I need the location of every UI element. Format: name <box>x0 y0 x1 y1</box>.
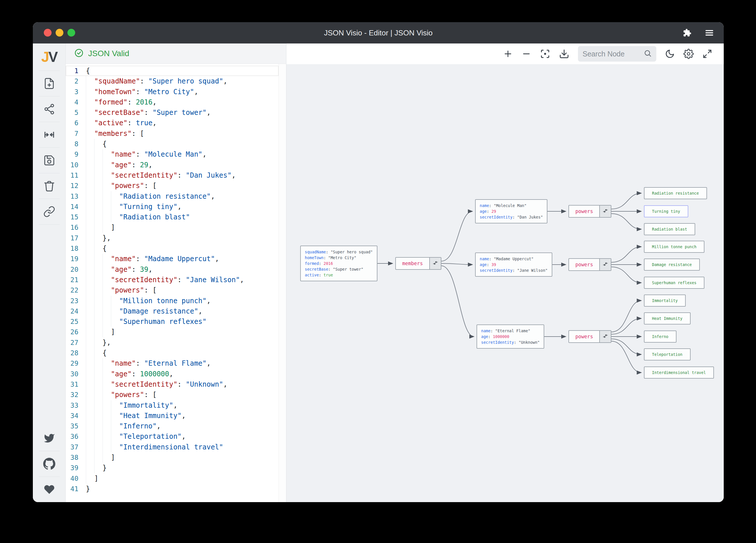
graph-leaf-node[interactable]: Million tonne punch <box>644 241 704 253</box>
share-graph-button[interactable] <box>33 97 66 122</box>
code-line[interactable]: 12"powers": [ <box>66 181 279 191</box>
code-line[interactable]: 3"homeTown": "Metro City", <box>66 87 279 97</box>
collapse-button[interactable] <box>599 206 611 217</box>
graph-leaf-node[interactable]: Radiation resistance <box>644 187 707 199</box>
code-line[interactable]: 37"Interdimensional travel" <box>66 442 279 452</box>
code-line[interactable]: 36"Teleportation", <box>66 431 279 442</box>
code-line[interactable]: 10"age": 29, <box>66 160 279 170</box>
code-editor[interactable]: 1{2"squadName": "Super hero squad",3"hom… <box>66 64 286 502</box>
code-line[interactable]: 20"age": 39, <box>66 264 279 275</box>
code-line[interactable]: 38] <box>66 452 279 463</box>
code-line[interactable]: 24"Damage resistance", <box>66 306 279 316</box>
extension-icon[interactable] <box>683 29 691 37</box>
code-line[interactable]: 17}, <box>66 233 279 243</box>
line-number: 4 <box>66 97 86 107</box>
twitter-button[interactable] <box>33 425 66 451</box>
graph-parent-node[interactable]: powers <box>568 205 611 218</box>
graph-leaf-node[interactable]: Radiation blast <box>644 223 695 235</box>
code-line[interactable]: 32"powers": [ <box>66 389 279 400</box>
code-line[interactable]: 9"name": "Molecule Man", <box>66 149 279 160</box>
twitter-icon <box>44 432 55 444</box>
code-line[interactable]: 13"Radiation resistance", <box>66 191 279 202</box>
graph-parent-node[interactable]: members <box>395 257 441 270</box>
code-line[interactable]: 23"Million tonne punch", <box>66 296 279 306</box>
line-number: 23 <box>66 296 86 306</box>
delete-icon <box>43 180 55 192</box>
code-line[interactable]: 22"powers": [ <box>66 285 279 295</box>
code-line[interactable]: 8{ <box>66 139 279 149</box>
code-line[interactable]: 21"secretIdentity": "Jane Wilson", <box>66 275 279 285</box>
line-number: 21 <box>66 275 86 285</box>
code-line[interactable]: 26] <box>66 327 279 337</box>
collapse-icon <box>603 262 608 268</box>
settings-button[interactable] <box>683 49 694 59</box>
code-line[interactable]: 18{ <box>66 243 279 254</box>
code-line[interactable]: 15"Radiation blast" <box>66 212 279 222</box>
focus-button[interactable] <box>540 49 550 59</box>
zoom-in-button[interactable] <box>503 49 513 59</box>
new-document-button[interactable] <box>33 71 66 96</box>
code-line[interactable]: 30"age": 1000000, <box>66 369 279 379</box>
graph-canvas[interactable]: squadName: "Super hero squad"homeTown: "… <box>286 64 724 502</box>
graph-leaf-node[interactable]: Damage resistance <box>644 259 700 271</box>
editor-scrollbar[interactable] <box>279 64 286 502</box>
share-link-button[interactable] <box>33 199 66 224</box>
download-button[interactable] <box>559 49 569 59</box>
node-entry: age: 1000000 <box>481 334 540 339</box>
code-line[interactable]: 35"Inferno", <box>66 421 279 431</box>
code-line[interactable]: 33"Immortality", <box>66 400 279 410</box>
zoom-out-button[interactable] <box>521 49 531 59</box>
json-editor-pane: JSON Valid 1{2"squadName": "Super hero s… <box>66 44 286 502</box>
save-button[interactable] <box>33 148 66 173</box>
graph-parent-node[interactable]: powers <box>568 330 611 343</box>
collapse-button[interactable] <box>429 258 441 269</box>
code-line[interactable]: 39} <box>66 463 279 473</box>
graph-leaf-node[interactable]: Superhuman reflexes <box>644 277 704 289</box>
line-number: 38 <box>66 452 86 463</box>
code-line[interactable]: 31"secretIdentity": "Unknown", <box>66 379 279 389</box>
github-button[interactable] <box>33 451 66 476</box>
dark-mode-button[interactable] <box>665 49 675 59</box>
app-logo[interactable]: JV <box>33 44 65 71</box>
graph-leaf-node[interactable]: Turning tiny <box>644 205 688 218</box>
code-line[interactable]: 11"secretIdentity": "Dan Jukes", <box>66 170 279 181</box>
graph-object-node[interactable]: name: "Molecule Man"age: 29secretIdentit… <box>475 199 547 224</box>
collapse-button[interactable] <box>599 331 611 342</box>
code-line[interactable]: 4"formed": 2016, <box>66 97 279 107</box>
graph-parent-node[interactable]: powers <box>568 258 611 271</box>
graph-leaf-node[interactable]: Immortality <box>644 294 686 306</box>
graph-leaf-node[interactable]: Heat Immunity <box>644 312 691 324</box>
code-line[interactable]: 41} <box>66 484 279 494</box>
graph-object-node[interactable]: name: "Eternal Flame"age: 1000000secretI… <box>477 324 544 349</box>
search-node-input[interactable] <box>583 50 641 58</box>
graph-leaf-node[interactable]: Inferno <box>644 330 676 342</box>
code-line[interactable]: 27}, <box>66 337 279 348</box>
line-number: 35 <box>66 421 86 431</box>
sponsor-button[interactable] <box>33 477 66 502</box>
menu-icon[interactable] <box>705 29 714 37</box>
code-line[interactable]: 2"squadName": "Super hero squad", <box>66 76 279 86</box>
graph-leaf-node[interactable]: Interdimensional travel <box>644 366 714 379</box>
code-line[interactable]: 16] <box>66 222 279 233</box>
center-fit-button[interactable] <box>33 122 66 148</box>
code-line[interactable]: 29"name": "Eternal Flame", <box>66 358 279 368</box>
code-line[interactable]: 34"Heat Immunity", <box>66 410 279 421</box>
line-number: 28 <box>66 348 86 358</box>
collapse-button[interactable] <box>599 259 611 271</box>
code-line[interactable]: 14"Turning tiny", <box>66 202 279 212</box>
parent-node-label: powers <box>569 259 599 271</box>
code-line[interactable]: 1{ <box>66 66 279 76</box>
code-line[interactable]: 5"secretBase": "Super tower", <box>66 107 279 118</box>
code-line[interactable]: 25"Superhuman reflexes" <box>66 316 279 327</box>
code-line[interactable]: 28{ <box>66 348 279 358</box>
code-line[interactable]: 7"members": [ <box>66 128 279 139</box>
search-node-box[interactable] <box>578 46 656 62</box>
graph-object-node[interactable]: squadName: "Super hero squad"homeTown: "… <box>300 246 377 281</box>
graph-object-node[interactable]: name: "Madame Uppercut"age: 39secretIden… <box>475 253 552 277</box>
graph-leaf-node[interactable]: Teleportation <box>644 348 691 360</box>
code-line[interactable]: 6"active": true, <box>66 118 279 128</box>
code-line[interactable]: 19"name": "Madame Uppercut", <box>66 254 279 264</box>
fullscreen-button[interactable] <box>702 49 712 59</box>
code-line[interactable]: 40] <box>66 473 279 484</box>
delete-button[interactable] <box>33 173 66 199</box>
